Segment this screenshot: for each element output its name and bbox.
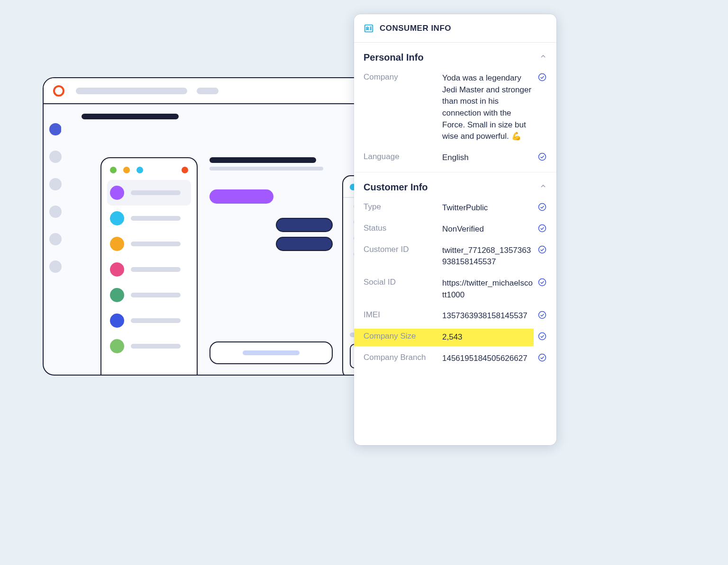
section-customer-info: Customer Info Type TwitterPublic Status …: [354, 172, 556, 378]
convo-subtitle-skeleton: [209, 167, 323, 170]
channel-label-skeleton: [131, 267, 181, 272]
globe-icon: [110, 314, 124, 328]
svg-point-12: [539, 332, 546, 340]
svg-point-7: [539, 204, 546, 211]
channel-item[interactable]: [107, 282, 191, 308]
channel-label-skeleton: [131, 318, 181, 323]
channel-item[interactable]: [107, 257, 191, 282]
channel-label-skeleton: [131, 242, 181, 246]
side-rail-item[interactable]: [49, 260, 62, 273]
field-company: Company Yoda was a legendary Jedi Master…: [364, 68, 547, 147]
consumer-info-panel: CONSUMER INFO Personal Info Company Yoda…: [354, 14, 556, 445]
music-icon: [110, 237, 124, 251]
chevron-up-icon: [539, 182, 547, 192]
side-rail-item[interactable]: [49, 206, 62, 218]
section-toggle-customer[interactable]: Customer Info: [364, 179, 547, 197]
field-type: Type TwitterPublic: [364, 197, 547, 219]
side-rail: [44, 104, 67, 375]
header-pill-skeleton: [197, 88, 218, 94]
channel-item[interactable]: [107, 333, 191, 359]
verified-check-icon: [537, 202, 547, 212]
field-label: Social ID: [364, 278, 438, 287]
field-value: TwitterPublic: [442, 202, 534, 214]
convo-title-skeleton: [209, 157, 316, 163]
svg-point-9: [539, 246, 546, 253]
section-title: Customer Info: [364, 182, 428, 193]
channel-list-card: [100, 157, 198, 376]
field-label: Customer ID: [364, 245, 438, 254]
channel-item[interactable]: [107, 231, 191, 257]
channel-item[interactable]: [107, 206, 191, 231]
verified-check-icon: [537, 310, 547, 320]
field-label: Company: [364, 72, 438, 82]
dot-icon: [182, 167, 188, 173]
field-company-branch: Company Branch 1456195184505626627: [364, 348, 547, 369]
message-input-placeholder: [243, 350, 300, 355]
side-rail-item[interactable]: [49, 151, 62, 163]
field-imei: IMEI 1357363938158145537: [364, 305, 547, 327]
dot-icon: [110, 167, 117, 173]
dot-icon: [123, 167, 130, 173]
field-value: Yoda was a legendary Jedi Master and str…: [442, 72, 534, 143]
field-customer-id: Customer ID twitter_771268_1357363938158…: [364, 240, 547, 273]
field-value: https://twitter_michaelscott1000: [442, 278, 534, 301]
field-label: Status: [364, 224, 438, 233]
field-value: 1357363938158145537: [442, 310, 534, 322]
logo-icon: [53, 85, 64, 97]
field-value: 2,543: [442, 332, 534, 343]
channel-label-skeleton: [131, 216, 181, 221]
verified-check-icon: [537, 224, 547, 233]
traffic-dots: [107, 165, 191, 180]
field-label: IMEI: [364, 310, 438, 320]
svg-point-11: [539, 312, 546, 319]
field-status: Status NonVerified: [364, 219, 547, 240]
svg-point-10: [539, 279, 546, 286]
message-bubble-outgoing: [276, 237, 333, 251]
channel-label-skeleton: [131, 293, 181, 297]
channel-list: [107, 180, 191, 359]
side-rail-item-active[interactable]: [49, 123, 62, 135]
message-input[interactable]: [209, 341, 333, 364]
svg-point-8: [539, 225, 546, 232]
section-toggle-personal[interactable]: Personal Info: [364, 49, 547, 68]
section-title: Personal Info: [364, 52, 424, 63]
svg-point-13: [539, 354, 546, 361]
dot-icon: [136, 167, 143, 173]
piggy-icon: [110, 262, 124, 277]
leaf-icon: [110, 288, 124, 302]
field-value: English: [442, 152, 534, 164]
verified-check-icon: [537, 245, 547, 254]
channel-item[interactable]: [107, 308, 191, 333]
field-label: Company Size: [364, 332, 438, 341]
field-label: Language: [364, 152, 438, 161]
verified-check-icon: [537, 152, 547, 161]
conversation-column: [209, 157, 333, 256]
svg-point-1: [366, 27, 368, 29]
panel-title: CONSUMER INFO: [380, 24, 451, 33]
side-rail-item[interactable]: [49, 178, 62, 190]
chevron-up-icon: [539, 53, 547, 63]
field-language: Language English: [364, 147, 547, 169]
field-value: twitter_771268_1357363938158145537: [442, 245, 534, 268]
verified-check-icon: [537, 278, 547, 287]
verified-check-icon: [537, 72, 547, 82]
section-personal-info: Personal Info Company Yoda was a legenda…: [354, 43, 556, 172]
snake-icon: [110, 339, 124, 353]
panel-header: CONSUMER INFO: [354, 14, 556, 43]
message-bubble-outgoing: [276, 218, 333, 232]
field-label: Company Branch: [364, 353, 438, 362]
header-title-skeleton: [76, 88, 187, 94]
breadcrumb-skeleton: [82, 114, 179, 119]
message-bubble-incoming: [209, 189, 273, 204]
field-social-id: Social ID https://twitter_michaelscott10…: [364, 273, 547, 305]
channel-label-skeleton: [131, 344, 181, 349]
channel-item[interactable]: [107, 180, 191, 206]
arrow-icon: [110, 211, 124, 225]
field-company-size: Company Size 2,543: [364, 327, 547, 348]
field-value: 1456195184505626627: [442, 353, 534, 365]
svg-point-5: [539, 74, 546, 81]
consumer-info-icon: [364, 23, 374, 34]
verified-check-icon: [537, 332, 547, 341]
verified-check-icon: [537, 353, 547, 362]
side-rail-item[interactable]: [49, 233, 62, 245]
